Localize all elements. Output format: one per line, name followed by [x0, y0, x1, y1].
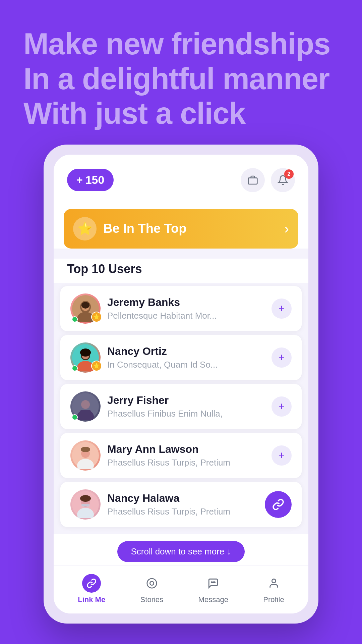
user-name-jeremy: Jeremy Banks: [107, 296, 265, 309]
user-item-nancy-o: ⭐ Nancy Ortiz In Consequat, Quam Id So..…: [60, 335, 302, 380]
section-title: Top 10 Users: [54, 259, 308, 283]
svg-point-27: [213, 582, 214, 583]
user-bio-nancy-h: Phasellus Risus Turpis, Pretium: [107, 506, 258, 517]
points-badge: + 150: [67, 169, 114, 191]
avatar-mary: [70, 440, 101, 471]
store-button[interactable]: [241, 168, 265, 192]
banner-label: Be In The Top: [103, 221, 186, 236]
hero-line2: In a delightful manner: [23, 62, 342, 97]
user-item-nancy-h: Nancy Halawa Phasellus Risus Turpis, Pre…: [60, 482, 302, 527]
bottom-nav: Link Me Stories: [54, 566, 308, 613]
nav-label-profile: Profile: [263, 595, 284, 604]
svg-point-28: [214, 582, 215, 583]
add-button-mary[interactable]: +: [272, 445, 292, 466]
phone-screen: + 150 2: [54, 155, 308, 613]
user-info-mary: Mary Ann Lawson Phasellus Risus Turpis, …: [107, 443, 265, 468]
svg-point-29: [272, 579, 276, 583]
stories-icon: [142, 574, 161, 593]
user-name-nancy-o: Nancy Ortiz: [107, 345, 265, 358]
be-in-top-banner[interactable]: ⭐ Be In The Top ›: [64, 209, 298, 249]
header-icons: 2: [241, 168, 295, 192]
avatar-wrapper-nancy-h: [70, 489, 101, 520]
avatar-nancy-h: [70, 489, 101, 520]
add-button-nancy-o[interactable]: +: [272, 347, 292, 368]
svg-point-5: [81, 302, 89, 309]
rank-badge-jeremy: ⭐: [91, 312, 102, 322]
user-bio-jerry: Phasellus Finibus Enim Nulla,: [107, 409, 265, 419]
notification-count: 2: [284, 169, 294, 179]
user-bio-jeremy: Pellentesque Habitant Mor...: [107, 311, 265, 321]
user-bio-nancy-o: In Consequat, Quam Id So...: [107, 360, 265, 370]
rank-badge-nancy-o: ⭐: [91, 361, 102, 371]
user-info-jerry: Jerry Fisher Phasellus Finibus Enim Null…: [107, 394, 265, 419]
app-header: + 150 2: [54, 155, 308, 199]
svg-point-26: [212, 582, 213, 583]
user-info-nancy-o: Nancy Ortiz In Consequat, Quam Id So...: [107, 345, 265, 370]
hero-text: Make new friendships In a delightful man…: [0, 0, 362, 145]
user-info-jeremy: Jeremy Banks Pellentesque Habitant Mor..…: [107, 296, 265, 321]
star-icon: ⭐: [73, 217, 97, 240]
nav-label-linkme: Link Me: [78, 595, 105, 604]
online-dot-jeremy: [72, 316, 78, 322]
nav-item-linkme[interactable]: Link Me: [78, 574, 105, 604]
avatar-wrapper-jeremy: ⭐: [70, 293, 101, 324]
phone-frame: + 150 2: [44, 145, 318, 624]
svg-point-24: [147, 578, 157, 588]
user-name-mary: Mary Ann Lawson: [107, 443, 265, 455]
profile-icon: [264, 574, 283, 593]
points-value: 150: [85, 173, 105, 186]
message-icon: [204, 574, 223, 593]
banner-arrow: ›: [284, 221, 289, 237]
hero-line3: With just a click: [23, 96, 342, 131]
add-button-jerry[interactable]: +: [272, 396, 292, 417]
svg-point-25: [150, 581, 154, 585]
svg-rect-23: [81, 504, 89, 506]
online-dot-nancy-o: [72, 365, 78, 371]
scroll-down-wrapper: Scroll down to see more ↓: [54, 534, 308, 566]
avatar-wrapper-nancy-o: ⭐: [70, 342, 101, 373]
user-list: ⭐ Jeremy Banks Pellentesque Habitant Mor…: [54, 283, 308, 534]
svg-point-18: [81, 447, 90, 452]
user-item-jeremy: ⭐ Jeremy Banks Pellentesque Habitant Mor…: [60, 286, 302, 331]
user-item-jerry: Jerry Fisher Phasellus Finibus Enim Null…: [60, 384, 302, 429]
hero-line1: Make new friendships: [23, 27, 342, 62]
nav-item-stories[interactable]: Stories: [140, 574, 163, 604]
nav-item-profile[interactable]: Profile: [263, 574, 284, 604]
linkme-icon: [82, 574, 101, 593]
nav-label-stories: Stories: [140, 595, 163, 604]
svg-point-22: [80, 495, 91, 502]
svg-point-13: [81, 400, 90, 409]
user-bio-mary: Phasellus Risus Turpis, Pretium: [107, 458, 265, 468]
notification-button[interactable]: 2: [271, 168, 295, 192]
svg-rect-14: [80, 410, 91, 413]
user-info-nancy-h: Nancy Halawa Phasellus Risus Turpis, Pre…: [107, 492, 258, 517]
svg-rect-0: [248, 178, 257, 184]
avatar-wrapper-jerry: [70, 391, 101, 422]
user-item-mary: Mary Ann Lawson Phasellus Risus Turpis, …: [60, 433, 302, 478]
svg-point-10: [80, 348, 91, 357]
user-name-jerry: Jerry Fisher: [107, 394, 265, 407]
scroll-down-button[interactable]: Scroll down to see more ↓: [117, 541, 244, 562]
online-dot-jerry: [72, 414, 78, 420]
nav-label-message: Message: [198, 595, 228, 604]
add-button-jeremy[interactable]: +: [272, 299, 292, 319]
nav-item-message[interactable]: Message: [198, 574, 228, 604]
user-name-nancy-h: Nancy Halawa: [107, 492, 258, 504]
avatar-wrapper-mary: [70, 440, 101, 471]
link-button-nancy-h[interactable]: [265, 491, 292, 518]
